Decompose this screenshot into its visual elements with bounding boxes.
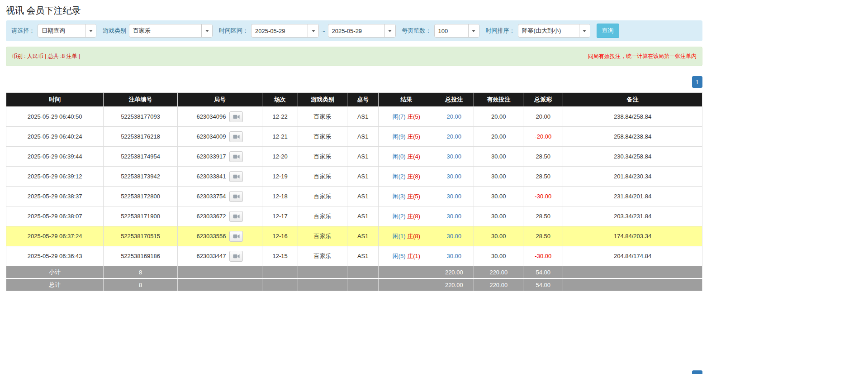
cell-session: 12-18: [262, 187, 298, 206]
cell-total-bet[interactable]: 30.00: [434, 167, 474, 187]
cell-total-bet[interactable]: 20.00: [434, 127, 474, 147]
summary-cell: [347, 266, 379, 279]
page-size-dropdown[interactable]: [434, 24, 479, 38]
cell-note: 174.84/203.34: [563, 226, 702, 246]
content-area: 视讯 会员下注纪录 请选择： 游戏类别 时间区间： ~ 每页笔数： 时间排序：: [6, 0, 702, 374]
game-type-label: 游戏类别: [103, 27, 126, 35]
page-size-label: 每页笔数：: [402, 27, 432, 35]
cell-game-type: 百家乐: [298, 147, 347, 167]
result-player: 闲(3): [393, 193, 406, 200]
summary-cell: [563, 278, 702, 291]
cell-total-bet[interactable]: 30.00: [434, 187, 474, 206]
cell-note: 230.34/258.84: [563, 147, 702, 167]
cell-game-type: 百家乐: [298, 187, 347, 206]
video-replay-button[interactable]: [229, 151, 243, 162]
cell-valid-bet: 30.00: [474, 226, 523, 246]
game-type-dropdown[interactable]: [129, 24, 213, 38]
video-replay-button[interactable]: [229, 251, 243, 262]
cell-time: 2025-05-29 06:37:24: [6, 226, 104, 246]
sort-order-value[interactable]: [518, 24, 579, 37]
summary-cell: [262, 278, 298, 291]
table-row: 2025-05-29 06:40:50522538177093623034096…: [6, 107, 702, 127]
cell-total-bet[interactable]: 30.00: [434, 206, 474, 226]
cell-payout: -30.00: [523, 187, 563, 206]
date-from-value[interactable]: [251, 24, 308, 37]
date-from-dropdown[interactable]: [251, 24, 319, 38]
cell-time: 2025-05-29 06:39:44: [6, 147, 104, 167]
query-type-value[interactable]: [38, 24, 85, 37]
cell-time: 2025-05-29 06:40:24: [6, 127, 104, 147]
table-header-row: 时间注单编号局号场次游戏类别桌号结果总投注有效投注总派彩备注: [6, 93, 702, 107]
video-replay-icon: [233, 214, 240, 219]
cell-table-no: AS1: [347, 127, 379, 147]
cell-session: 12-17: [262, 206, 298, 226]
filter-bar: 请选择： 游戏类别 时间区间： ~ 每页笔数： 时间排序：: [6, 20, 702, 41]
video-replay-button[interactable]: [229, 171, 243, 182]
date-to-value[interactable]: [328, 24, 384, 37]
cell-bet-id: 522538176218: [104, 127, 177, 147]
summary-cell: 8: [104, 278, 177, 291]
pagination-bottom: 1: [6, 370, 702, 374]
cell-total-bet[interactable]: 30.00: [434, 147, 474, 167]
subtotal-row: 小计8220.00220.0054.00: [6, 266, 702, 279]
result-player: 闲(7): [393, 113, 406, 120]
result-player: 闲(2): [393, 173, 406, 180]
cell-round-id: 623033917: [177, 147, 262, 167]
query-button[interactable]: 查询: [597, 24, 619, 38]
cell-valid-bet: 30.00: [474, 147, 523, 167]
sort-order-dropdown[interactable]: [518, 24, 590, 38]
sort-order-label: 时间排序：: [486, 27, 515, 35]
currency-summary-text: 币别 : 人民币 | 总共 :8 注单 |: [12, 53, 80, 60]
game-type-value[interactable]: [129, 24, 201, 37]
page-size-value[interactable]: [435, 24, 468, 37]
summary-cell: [347, 278, 379, 291]
cell-game-type: 百家乐: [298, 107, 347, 127]
column-header: 备注: [563, 93, 702, 107]
cell-total-bet[interactable]: 30.00: [434, 226, 474, 246]
summary-cell: [177, 278, 262, 291]
video-replay-button[interactable]: [229, 131, 243, 142]
video-replay-button[interactable]: [229, 211, 243, 222]
chevron-down-icon[interactable]: [384, 24, 395, 37]
cell-time: 2025-05-29 06:38:37: [6, 187, 104, 206]
video-replay-button[interactable]: [229, 231, 243, 242]
chevron-down-icon[interactable]: [308, 24, 318, 37]
cell-table-no: AS1: [347, 107, 379, 127]
chevron-down-icon[interactable]: [468, 24, 479, 37]
cell-game-type: 百家乐: [298, 226, 347, 246]
result-player: 闲(1): [393, 233, 406, 240]
result-banker: 庄(5): [407, 113, 420, 120]
round-id-text: 623033917: [196, 153, 226, 160]
result-banker: 庄(8): [407, 213, 420, 220]
video-replay-button[interactable]: [229, 191, 243, 202]
cell-note: 238.84/258.84: [563, 107, 702, 127]
chevron-down-icon[interactable]: [579, 24, 590, 37]
chevron-down-icon[interactable]: [201, 24, 212, 37]
chevron-down-icon[interactable]: [85, 24, 96, 37]
cell-time: 2025-05-29 06:39:12: [6, 167, 104, 187]
round-id-group: 623033917: [196, 151, 243, 162]
cell-session: 12-16: [262, 226, 298, 246]
cell-table-no: AS1: [347, 206, 379, 226]
round-id-group: 623034096: [196, 111, 243, 122]
table-row: 2025-05-29 06:37:24522538170515623033556…: [6, 226, 702, 246]
cell-payout: -20.00: [523, 127, 563, 147]
query-type-dropdown[interactable]: [38, 24, 96, 38]
date-to-dropdown[interactable]: [328, 24, 396, 38]
round-id-group: 623033841: [196, 171, 243, 182]
column-header: 总投注: [434, 93, 474, 107]
cell-result: 闲(2) 庄(8): [379, 167, 434, 187]
cell-note: 203.34/231.84: [563, 206, 702, 226]
pagination-top: 1: [6, 76, 702, 88]
cell-round-id: 623033556: [177, 226, 262, 246]
bet-records-table: 时间注单编号局号场次游戏类别桌号结果总投注有效投注总派彩备注 2025-05-2…: [6, 92, 702, 291]
cell-total-bet[interactable]: 20.00: [434, 107, 474, 127]
cell-total-bet[interactable]: 30.00: [434, 246, 474, 266]
round-id-group: 623033754: [196, 191, 243, 202]
cell-table-no: AS1: [347, 226, 379, 246]
page-1-button[interactable]: 1: [692, 76, 702, 88]
video-replay-button[interactable]: [229, 111, 243, 122]
page-1-button[interactable]: 1: [692, 370, 702, 374]
cell-round-id: 623033672: [177, 206, 262, 226]
table-row: 2025-05-29 06:40:24522538176218623034009…: [6, 127, 702, 147]
